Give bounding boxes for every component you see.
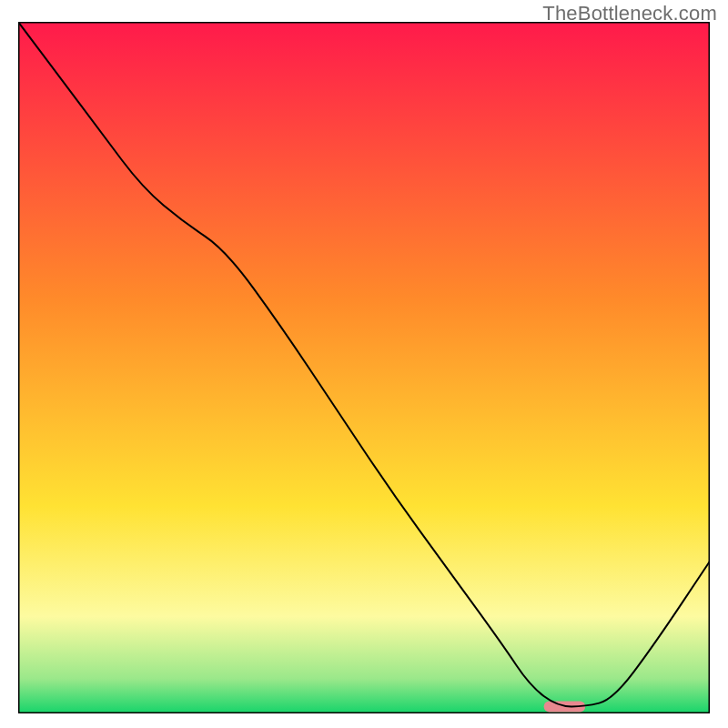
- chart-container: TheBottleneck.com: [0, 0, 728, 728]
- plot-area: [18, 22, 710, 713]
- watermark-text: TheBottleneck.com: [542, 2, 717, 25]
- chart-svg: [18, 22, 710, 713]
- gradient-background: [18, 22, 710, 713]
